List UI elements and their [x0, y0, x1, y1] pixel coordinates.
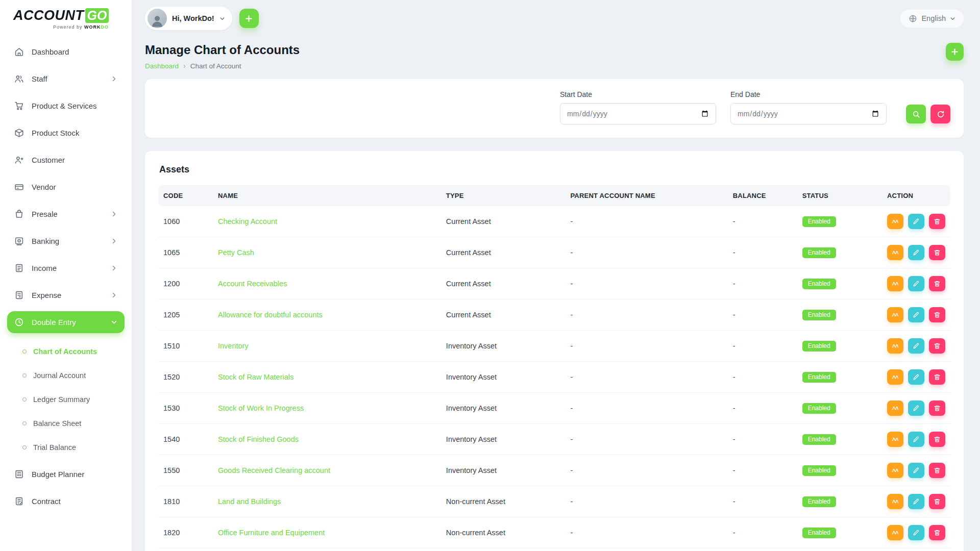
edit-button[interactable]: [908, 245, 924, 260]
sidebar-item-customer[interactable]: Customer: [7, 149, 125, 171]
account-name-link[interactable]: Stock of Finished Goods: [218, 435, 299, 443]
account-name-link[interactable]: Checking Account: [218, 217, 277, 226]
apply-filter-button[interactable]: [906, 105, 926, 123]
create-account-button[interactable]: [946, 43, 964, 61]
sidebar-subitem-balance-sheet[interactable]: Balance Sheet: [22, 412, 125, 435]
edit-button[interactable]: [908, 214, 924, 229]
account-name-link[interactable]: Office Furniture and Equipement: [218, 529, 325, 537]
start-date-input[interactable]: [560, 103, 716, 124]
language-selector[interactable]: English: [900, 10, 964, 28]
sidebar-item-presale[interactable]: Presale: [7, 203, 125, 225]
account-type: Non-current Asset: [441, 486, 566, 517]
chevron-right-icon: [111, 76, 117, 82]
account-name-link[interactable]: Stock of Raw Materials: [218, 373, 293, 381]
delete-button[interactable]: [929, 245, 945, 260]
account-name-link[interactable]: Goods Received Clearing account: [218, 466, 330, 474]
view-transactions-button[interactable]: [887, 369, 903, 385]
trash-icon: [934, 342, 941, 349]
wallet-icon: [14, 182, 24, 192]
sidebar-item-double-entry[interactable]: Double Entry: [7, 311, 125, 333]
edit-button[interactable]: [908, 494, 924, 509]
account-balance: -: [728, 237, 797, 268]
edit-button[interactable]: [908, 338, 924, 354]
delete-button[interactable]: [929, 214, 945, 229]
delete-button[interactable]: [929, 369, 945, 385]
brand-tagline: Powered by WORKDO: [13, 24, 125, 30]
column-header-status: STATUS: [797, 185, 882, 206]
delete-button[interactable]: [929, 494, 945, 509]
sidebar-item-contract[interactable]: Contract: [7, 490, 125, 512]
end-date-input[interactable]: [730, 103, 887, 124]
sidebar-item-budget-planner[interactable]: Budget Planner: [7, 463, 125, 485]
brand-logo[interactable]: ACCOUNT GO Powered by WORKDO: [7, 0, 125, 37]
account-balance: -: [728, 299, 797, 331]
delete-button[interactable]: [929, 307, 945, 322]
sidebar-item-product-stock[interactable]: Product Stock: [7, 122, 125, 144]
delete-button[interactable]: [929, 463, 945, 478]
view-transactions-button[interactable]: [887, 276, 903, 291]
sidebar-item-product-services[interactable]: Product & Services: [7, 95, 125, 117]
sidebar-item-label: Budget Planner: [32, 470, 117, 479]
view-transactions-button[interactable]: [887, 463, 903, 478]
edit-button[interactable]: [908, 463, 924, 478]
delete-button[interactable]: [929, 525, 945, 540]
account-code: 1520: [158, 362, 213, 393]
sidebar-item-vendor[interactable]: Vendor: [7, 176, 125, 198]
account-name-link[interactable]: Allowance for doubtful accounts: [218, 311, 323, 319]
account-code: 1810: [158, 486, 213, 517]
pencil-icon: [913, 436, 920, 443]
sidebar-subitem-chart-of-accounts[interactable]: Chart of Accounts: [22, 340, 125, 363]
account-type: Current Asset: [441, 206, 566, 237]
sidebar-item-label: Dashboard: [32, 47, 117, 56]
parent-account-name: -: [565, 237, 727, 268]
chevron-right-icon: [111, 211, 117, 217]
account-name-link[interactable]: Petty Cash: [218, 248, 254, 257]
edit-button[interactable]: [908, 276, 924, 291]
sidebar-item-dashboard[interactable]: Dashboard: [7, 41, 125, 63]
account-row: 1810 Land and Buildings Non-current Asse…: [158, 486, 950, 517]
account-row: 1065 Petty Cash Current Asset - - Enable…: [158, 237, 950, 268]
sidebar-item-staff[interactable]: Staff: [7, 68, 125, 90]
view-transactions-button[interactable]: [887, 432, 903, 447]
delete-button[interactable]: [929, 400, 945, 416]
parent-account-name: -: [565, 206, 727, 237]
brand-name-suffix: GO: [85, 8, 109, 23]
profile-menu[interactable]: Hi, WorkDo!: [145, 7, 232, 30]
delete-button[interactable]: [929, 432, 945, 447]
sidebar-item-expense[interactable]: Expense: [7, 284, 125, 306]
box-icon: [14, 128, 24, 138]
account-balance: -: [728, 331, 797, 362]
delete-button[interactable]: [929, 338, 945, 354]
sidebar-item-banking[interactable]: Banking: [7, 230, 125, 252]
trash-icon: [934, 498, 941, 505]
edit-button[interactable]: [908, 525, 924, 540]
sidebar-subitem-journal-account[interactable]: Journal Account: [22, 364, 125, 387]
account-row: 1530 Stock of Work In Progress Inventory…: [158, 393, 950, 424]
account-name-link[interactable]: Stock of Work In Progress: [218, 404, 304, 412]
view-transactions-button[interactable]: [887, 245, 903, 260]
account-name-link[interactable]: Inventory: [218, 342, 249, 350]
pencil-icon: [913, 498, 920, 505]
view-transactions-button[interactable]: [887, 214, 903, 229]
sidebar-subitem-trial-balance[interactable]: Trial Balance: [22, 436, 125, 459]
view-transactions-button[interactable]: [887, 400, 903, 416]
quick-add-button[interactable]: [239, 9, 259, 28]
account-code: 1550: [158, 455, 213, 486]
delete-button[interactable]: [929, 276, 945, 291]
edit-button[interactable]: [908, 369, 924, 385]
view-transactions-button[interactable]: [887, 494, 903, 509]
edit-button[interactable]: [908, 400, 924, 416]
view-transactions-button[interactable]: [887, 525, 903, 540]
edit-button[interactable]: [908, 307, 924, 322]
sidebar-item-income[interactable]: Income: [7, 257, 125, 279]
sidebar-subitem-ledger-summary[interactable]: Ledger Summary: [22, 388, 125, 411]
row-actions: [887, 276, 945, 291]
edit-button[interactable]: [908, 432, 924, 447]
account-balance: -: [728, 517, 797, 548]
account-name-link[interactable]: Land and Buildings: [218, 497, 281, 506]
view-transactions-button[interactable]: [887, 338, 903, 354]
reset-filter-button[interactable]: [930, 105, 950, 123]
view-transactions-button[interactable]: [887, 307, 903, 322]
account-name-link[interactable]: Account Receivables: [218, 280, 287, 288]
breadcrumb-dashboard-link[interactable]: Dashboard: [145, 62, 179, 70]
